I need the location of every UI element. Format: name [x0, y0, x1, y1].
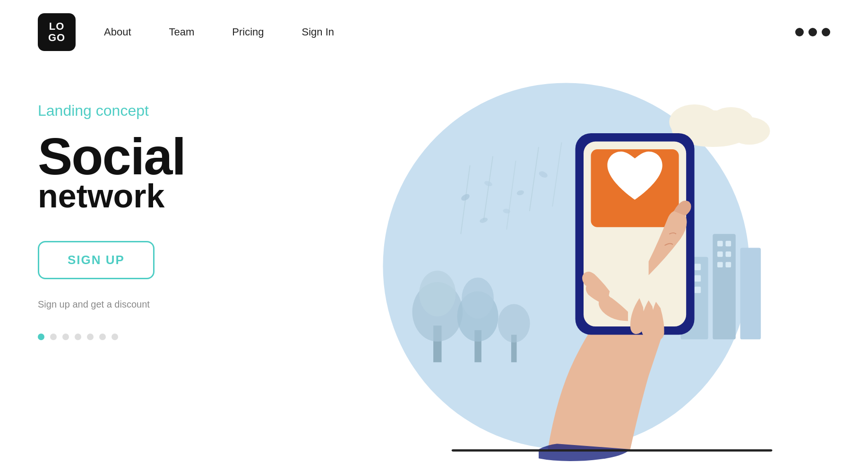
svg-point-34 [671, 111, 754, 147]
svg-point-29 [484, 180, 493, 187]
dot-3[interactable] [62, 334, 69, 340]
illustration-svg [293, 74, 830, 463]
svg-point-33 [503, 208, 511, 214]
logo-line1: LO [49, 21, 65, 32]
svg-point-17 [419, 271, 456, 317]
svg-rect-12 [726, 251, 731, 257]
dot-6[interactable] [99, 334, 106, 340]
svg-rect-8 [695, 287, 701, 293]
navigation: About Team Pricing Sign In [104, 26, 795, 38]
discount-text: Sign up and get a discount [38, 299, 293, 310]
svg-rect-7 [685, 287, 692, 293]
dot-2[interactable] [50, 334, 57, 340]
svg-rect-6 [695, 275, 701, 282]
hero-title: Social [38, 133, 293, 180]
svg-line-24 [484, 156, 493, 220]
svg-point-28 [460, 193, 471, 202]
svg-point-32 [479, 217, 489, 224]
svg-point-16 [412, 282, 463, 342]
signup-button[interactable]: SIGN UP [38, 241, 155, 279]
svg-rect-41 [452, 449, 773, 452]
more-options[interactable] [795, 28, 830, 36]
nav-pricing[interactable]: Pricing [232, 26, 264, 38]
svg-line-23 [461, 165, 470, 234]
nav-team[interactable]: Team [169, 26, 195, 38]
illustration-area [293, 74, 830, 463]
more-dot-2 [808, 28, 817, 36]
svg-rect-13 [717, 262, 723, 267]
svg-rect-11 [717, 251, 723, 257]
svg-rect-18 [474, 330, 481, 362]
svg-rect-38 [576, 133, 695, 335]
main-content: Landing concept Social network SIGN UP S… [0, 64, 868, 463]
svg-point-31 [538, 170, 548, 179]
landing-label: Landing concept [38, 102, 293, 120]
svg-point-19 [457, 291, 498, 342]
svg-rect-10 [726, 241, 731, 247]
dot-7[interactable] [112, 334, 118, 340]
dot-1[interactable] [38, 334, 44, 340]
dot-4[interactable] [75, 334, 81, 340]
svg-rect-15 [433, 326, 441, 362]
svg-line-26 [530, 147, 539, 211]
svg-rect-21 [511, 335, 517, 362]
svg-rect-14 [726, 262, 731, 267]
svg-rect-0 [681, 257, 708, 339]
nav-signin[interactable]: Sign In [302, 26, 335, 38]
more-dot-3 [822, 28, 830, 36]
svg-rect-4 [695, 264, 701, 270]
svg-rect-9 [717, 241, 723, 247]
svg-point-30 [516, 189, 524, 196]
logo[interactable]: LO GO [38, 13, 76, 51]
svg-point-37 [729, 117, 770, 145]
logo-line2: GO [48, 32, 65, 43]
left-panel: Landing concept Social network SIGN UP S… [38, 74, 293, 463]
svg-point-35 [669, 104, 720, 139]
svg-rect-5 [685, 275, 692, 282]
svg-rect-2 [740, 248, 761, 339]
bg-circle [383, 83, 749, 449]
svg-rect-40 [591, 149, 679, 227]
more-dot-1 [795, 28, 804, 36]
svg-line-27 [552, 142, 561, 206]
pagination [38, 334, 293, 340]
svg-line-25 [507, 161, 516, 229]
svg-point-22 [498, 304, 530, 343]
svg-point-36 [708, 107, 754, 139]
header: LO GO About Team Pricing Sign In [0, 0, 868, 64]
nav-about[interactable]: About [104, 26, 131, 38]
svg-rect-1 [713, 234, 735, 339]
svg-rect-39 [584, 141, 686, 326]
dot-5[interactable] [87, 334, 94, 340]
svg-rect-3 [685, 264, 692, 270]
svg-point-20 [462, 277, 494, 318]
